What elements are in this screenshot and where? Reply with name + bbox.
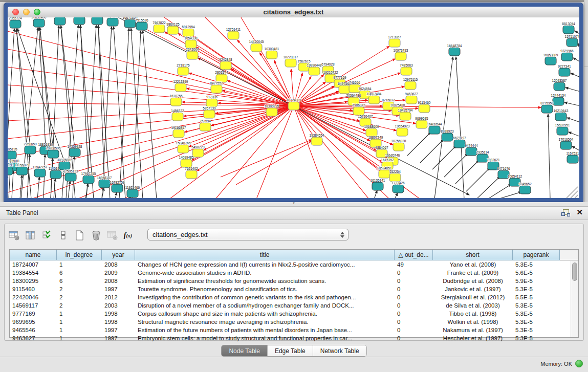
table-cell[interactable]: 9463627 (10, 334, 57, 342)
graph-node[interactable]: 2342004 (186, 48, 199, 59)
graph-node[interactable]: 2803144 (215, 71, 228, 82)
column-header-1[interactable]: name (10, 250, 57, 260)
column-header-7[interactable]: pagerank (513, 250, 560, 260)
table-cell[interactable]: 5.3E-5 (513, 326, 560, 334)
graph-node[interactable]: 2055724 (9, 17, 22, 28)
table-cell[interactable]: 19384554 (10, 269, 57, 277)
column-header-4[interactable]: title (135, 250, 395, 260)
table-row[interactable]: 911546021997Tourette syndrome. Phenomeno… (10, 285, 578, 293)
graph-node[interactable]: 12213399 (173, 80, 188, 92)
column-header-6[interactable]: short (433, 250, 513, 260)
table-cell[interactable]: Genome-wide association studies in ADHD. (135, 269, 395, 277)
column-header-3[interactable]: year (102, 250, 135, 260)
graph-node[interactable]: 19384554 (310, 134, 324, 145)
table-cell[interactable]: 5.3E-5 (513, 310, 560, 318)
network-graph[interactable]: 2055724206914061065328715276026466160107… (8, 17, 579, 198)
table-cell[interactable]: 22420046 (10, 293, 57, 301)
table-cell[interactable]: 2003 (102, 301, 135, 310)
table-cell[interactable]: 6 (57, 269, 102, 277)
canvas-resize-grip[interactable] (567, 187, 578, 198)
graph-node[interactable]: 17957255 (81, 172, 96, 184)
table-cell[interactable]: 5.3E-5 (513, 318, 560, 326)
graph-node[interactable]: 19495794 (398, 108, 413, 120)
table-cell[interactable]: 0 (395, 301, 433, 310)
table-cell[interactable]: Stergiakouli et al. (2012) (433, 293, 513, 301)
table-cell[interactable]: 5.3E-5 (513, 334, 560, 342)
graph-node[interactable]: 10719195 (105, 17, 120, 26)
graph-node[interactable]: 16409544 (427, 122, 442, 134)
table-cell[interactable]: 0 (395, 269, 433, 277)
table-cell[interactable]: 49 (395, 260, 433, 269)
graph-node[interactable]: 753594 (200, 119, 211, 131)
table-cell[interactable]: 9115460 (10, 285, 57, 293)
table-cell[interactable]: Estimation of the future numbers of pati… (135, 326, 395, 334)
close-panel-icon[interactable]: ✕ (576, 208, 583, 217)
table-cell[interactable]: Jankovic et al. (1997) (433, 285, 513, 293)
delete-table-icon[interactable] (106, 229, 119, 242)
graph-node[interactable]: 1610755 (169, 94, 183, 106)
table-cell[interactable]: 1998 (102, 310, 135, 318)
network-window-titlebar[interactable]: citations_edges.txt (8, 7, 579, 18)
table-row[interactable]: 969969511998Structural magnetic resonanc… (10, 318, 578, 326)
graph-node[interactable]: 9329966 (560, 49, 574, 61)
graph-node[interactable]: 12505123 (63, 169, 78, 181)
table-cell[interactable]: Yano et al. (2008) (433, 260, 513, 269)
graph-node[interactable]: 7485063 (400, 63, 413, 75)
table-cell[interactable]: Franke et al. (2009) (433, 269, 513, 277)
graph-node[interactable]: 7986372 (352, 103, 365, 115)
table-vertical-scrollbar[interactable] (571, 261, 578, 337)
table-cell[interactable]: Dudbridge et al. (2008) (433, 277, 513, 285)
table-cell[interactable]: 9465546 (10, 326, 57, 334)
graph-node[interactable]: 10300481 (265, 47, 279, 59)
column-header-5[interactable]: △ out_de... (395, 250, 433, 260)
graph-node[interactable]: 1654338 (184, 36, 198, 48)
table-cell[interactable]: 9699695 (10, 318, 57, 326)
graph-node[interactable]: 7663822 (153, 21, 166, 33)
graph-node[interactable]: 13942757 (33, 165, 48, 177)
graph-node[interactable]: 14099485 (179, 156, 194, 167)
graph-node[interactable]: 19166857 (171, 126, 186, 138)
table-cell[interactable]: 2008 (102, 260, 135, 269)
table-cell[interactable]: 0 (395, 326, 433, 334)
table-cell[interactable]: 0 (395, 277, 433, 285)
table-cell[interactable]: 1 (57, 326, 102, 334)
graph-node[interactable]: 1733426 (391, 181, 405, 193)
graph-node[interactable]: 15046766 (176, 141, 191, 153)
table-cell[interactable]: 2008 (102, 277, 135, 285)
split-pane-handle[interactable]: ▾ (290, 202, 298, 205)
table-row[interactable]: 1872400712008Changes of HCN gene express… (10, 260, 578, 269)
graph-node[interactable]: 6679197 (453, 136, 466, 148)
graph-node[interactable]: 8938923 (441, 129, 454, 141)
table-row[interactable]: 977716911998Corpus callosum shape and si… (10, 310, 578, 318)
graph-node[interactable]: 5267130 (203, 106, 216, 118)
graph-node[interactable]: 10688609 (364, 125, 379, 137)
table-row[interactable]: 1938455462009Genome-wide association stu… (10, 269, 578, 277)
table-cell[interactable]: Disruption of a novel member of a sodium… (135, 301, 395, 310)
graph-node[interactable]: 12751411 (226, 28, 241, 39)
delete-attributes-icon[interactable] (90, 229, 103, 242)
table-cell[interactable]: 2 (57, 285, 102, 293)
graph-node[interactable]: 11156829 (15, 163, 29, 175)
table-cell[interactable]: 2 (57, 301, 102, 310)
tab-node-table[interactable]: Node Table (222, 345, 268, 356)
graph-node[interactable]: 1527602 (73, 17, 86, 25)
table-cell[interactable]: 5.9E-5 (513, 277, 560, 285)
graph-node[interactable]: 9463627 (405, 92, 418, 104)
graph-node[interactable]: 252254 (389, 170, 401, 182)
table-cell[interactable]: Nakamura et al. (1997) (433, 326, 513, 334)
table-cell[interactable]: 1 (57, 318, 102, 326)
graph-node[interactable]: 5912954 (182, 25, 195, 37)
graph-node[interactable]: 7625402 (185, 167, 198, 179)
table-cell[interactable]: 0 (395, 285, 433, 293)
graph-node[interactable]: 2260650 (24, 142, 37, 154)
graph-node[interactable]: 12093587 (552, 79, 567, 91)
memory-status-indicator[interactable] (575, 360, 583, 367)
float-panel-icon[interactable] (561, 209, 570, 216)
row-height-icon[interactable] (57, 229, 70, 242)
table-cell[interactable]: 0 (395, 318, 433, 326)
table-cell[interactable]: Embryonic stem cells: a model to study s… (135, 334, 395, 342)
graph-node[interactable]: 2718176 (177, 63, 190, 75)
graph-node[interactable]: 917006 (206, 95, 217, 107)
table-row[interactable]: 946362711997Embryonic stem cells: a mode… (10, 334, 578, 342)
graph-node[interactable]: 9245652 (518, 182, 532, 194)
